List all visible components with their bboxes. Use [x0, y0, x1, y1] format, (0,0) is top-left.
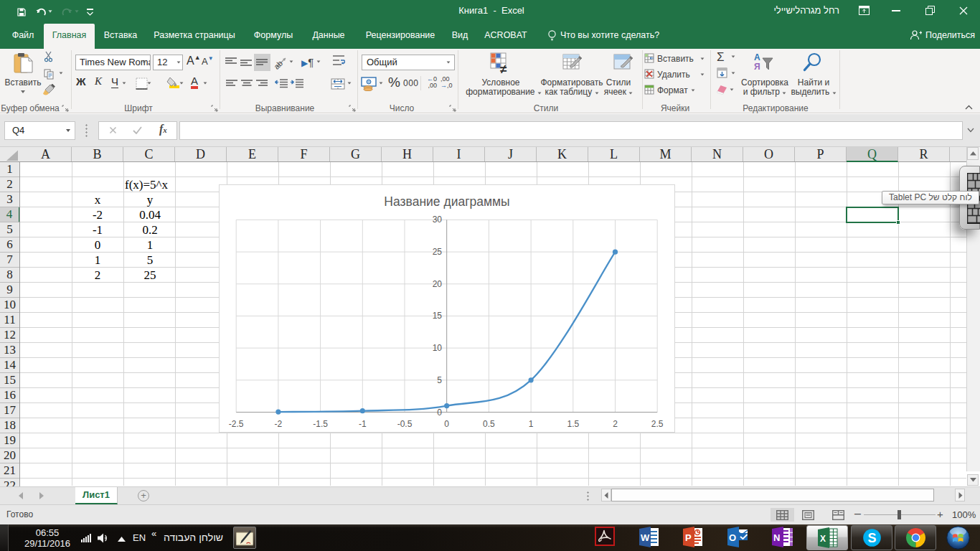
svg-text:1: 1: [529, 419, 534, 429]
svg-text:O: O: [729, 532, 736, 543]
svg-text:Я: Я: [754, 62, 760, 72]
svg-text:≠: ≠: [500, 62, 507, 74]
svg-text:W: W: [641, 532, 650, 543]
svg-text:2.5: 2.5: [651, 419, 664, 429]
svg-text:N: N: [773, 532, 780, 543]
svg-text:25: 25: [433, 247, 443, 257]
svg-text:X: X: [820, 534, 826, 544]
svg-text:-1: -1: [359, 419, 367, 429]
svg-text:0: 0: [437, 408, 442, 418]
svg-text:0: 0: [444, 419, 449, 429]
svg-text:-1.5: -1.5: [313, 419, 328, 429]
svg-text:Название диаграммы: Название диаграммы: [384, 194, 509, 209]
svg-text:А: А: [754, 52, 760, 62]
svg-text:0.5: 0.5: [483, 419, 495, 429]
svg-text:-2: -2: [275, 419, 283, 429]
svg-text:20: 20: [433, 279, 443, 289]
svg-text:10: 10: [433, 343, 443, 353]
svg-text:5: 5: [437, 375, 442, 385]
svg-text:-2.5: -2.5: [229, 419, 244, 429]
svg-text:P: P: [685, 532, 692, 543]
svg-text:1.5: 1.5: [567, 419, 579, 429]
svg-text:30: 30: [433, 215, 443, 225]
svg-text:2: 2: [613, 419, 618, 429]
svg-text:15: 15: [433, 311, 443, 321]
svg-text:S: S: [867, 531, 876, 545]
svg-text:-0.5: -0.5: [397, 419, 413, 429]
